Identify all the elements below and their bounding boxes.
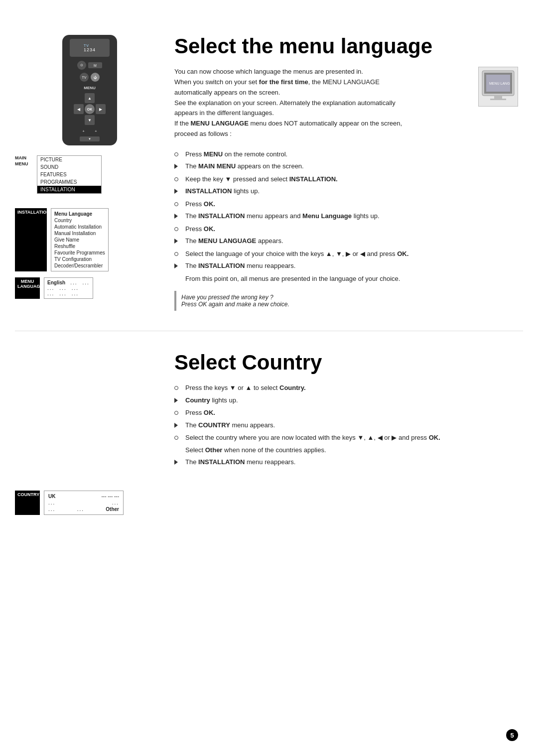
country-label: COUNTRY [15, 491, 40, 515]
lang-english: English [47, 280, 65, 285]
dpad-empty4 [96, 115, 106, 125]
page-number: 5 [506, 729, 518, 741]
country-menu-section: COUNTRY UK --- --- --- ... ... ... ... O… [15, 491, 124, 515]
install-item-menulang: Menu Language [54, 211, 105, 217]
country-step-6: Select Other when none of the countries … [174, 445, 453, 455]
step-8: The MENU LANGUAGE appears. [174, 236, 453, 247]
lang-dots-2: ... [82, 280, 89, 285]
remote-plus-left: + [82, 129, 85, 133]
dpad-up: ▲ [85, 93, 95, 103]
page: TV1234 ⊙ M TV ⏻ MENU [0, 0, 538, 756]
bullet-empty [174, 274, 181, 284]
language-select-menu: MENU LANGUAGE English ... ... ... ... ..… [15, 277, 93, 299]
menu-item-features: FEATURES [37, 171, 101, 178]
bullet-circle-5 [174, 249, 181, 259]
bottom-left: COUNTRY UK --- --- --- ... ... ... ... O… [15, 351, 164, 520]
country-row-1: UK --- --- --- [48, 493, 119, 500]
steps-list-2: Press the keys ▼ or ▲ to select Country.… [174, 383, 518, 468]
country-step-2: Country lights up. [174, 395, 453, 406]
remote-screen: TV1234 [70, 39, 110, 57]
step-7: Press OK. [174, 224, 453, 234]
country-step-5: Select the country where you are now loc… [174, 433, 453, 443]
step-5: Press OK. [174, 199, 453, 209]
bullet-arrow-c3 [174, 457, 181, 468]
main-menu-section: MAIN MENU PICTURE SOUND FEATURES PROGRAM… [15, 155, 102, 201]
note-line1: Have you pressed the wrong key ? [181, 294, 369, 301]
right-panel: Select the menu language MENU LANG You c… [164, 35, 518, 311]
install-item-country: Country [54, 217, 105, 224]
remote-bottom-bar: ▼ [80, 136, 100, 141]
remote-btn-circle: ⊙ [77, 61, 86, 70]
dpad-empty1 [74, 93, 84, 103]
lang-row-2: ... ... ... [47, 285, 90, 291]
installation-menu-box: Menu Language Country Automatic Installa… [51, 208, 109, 271]
remote-control: TV1234 ⊙ M TV ⏻ MENU [62, 35, 117, 145]
bullet-circle-3 [174, 199, 181, 209]
menu-item-sound: SOUND [37, 163, 101, 171]
remote-btn-power: ⏻ [91, 73, 100, 82]
menu-item-installation: INSTALLATION [37, 186, 101, 193]
menu-item-programmes: PROGRAMMES [37, 178, 101, 186]
section2-title: Select Country [174, 351, 518, 374]
remote-container: TV1234 ⊙ M TV ⏻ MENU [15, 35, 164, 145]
country-uk: UK [48, 494, 55, 499]
step-10: The INSTALLATION menu reappears. [174, 261, 453, 271]
svg-rect-3 [490, 99, 506, 100]
remote-btn-tv: TV [80, 73, 89, 82]
bullet-arrow-c1 [174, 395, 181, 406]
lang-dots-6: ... [47, 291, 54, 296]
top-section: TV1234 ⊙ M TV ⏻ MENU [0, 20, 538, 321]
remote-btn-m: M [88, 62, 102, 68]
installation-submenu: INSTALLATION Menu Language Country Autom… [15, 208, 109, 271]
country-dash: --- --- --- [101, 494, 119, 499]
lang-label: MENU LANGUAGE [15, 277, 40, 299]
lang-dots-8: ... [72, 291, 79, 296]
country-row-3: ... ... Other [48, 506, 119, 512]
svg-rect-2 [494, 96, 502, 99]
menu-item-picture: PICTURE [37, 156, 101, 163]
steps-list-1: Press MENU on the remote control. The MA… [174, 149, 518, 284]
install-item-manualinst: Manual Installation [54, 230, 105, 237]
lang-row-1: English ... ... [47, 280, 90, 285]
section-divider [15, 331, 523, 331]
note-line2: Press OK again and make a new choice. [181, 301, 369, 308]
step-11: From this point on, all menus are presen… [174, 274, 453, 284]
bullet-arrow-c2 [174, 420, 181, 431]
lang-row-3: ... ... ... [47, 291, 90, 296]
left-panel: TV1234 ⊙ M TV ⏻ MENU [15, 35, 164, 311]
bullet-arrow-3 [174, 211, 181, 222]
tv-screen-image: MENU LANG [478, 67, 518, 107]
step-9: Select the language of your choice with … [174, 249, 453, 259]
step-3: Keep the key ▼ pressed and select INSTAL… [174, 174, 453, 184]
country-dots-4: ... [77, 506, 84, 512]
bullet-arrow-2 [174, 186, 181, 197]
install-item-autoinst: Automatic Installation [54, 224, 105, 230]
dpad-empty3 [74, 115, 84, 125]
bullet-circle-1 [174, 149, 181, 159]
installation-label: INSTALLATION [15, 208, 47, 271]
remote-menu-label: MENU [84, 86, 96, 90]
install-item-reshuffle: Reshuffle [54, 243, 105, 250]
install-item-favprog: Favourite Programmes [54, 250, 105, 256]
lang-dots-7: ... [59, 291, 66, 296]
bullet-empty-c1 [174, 445, 181, 455]
main-menu-label: MAIN MENU [15, 155, 35, 201]
dpad-right: ▶ [96, 104, 106, 114]
country-other: Other [106, 506, 119, 512]
country-dots-3: ... [48, 506, 55, 512]
bullet-arrow-4 [174, 236, 181, 247]
install-item-givename: Give Name [54, 237, 105, 243]
bottom-right: Select Country Press the keys ▼ or ▲ to … [164, 351, 518, 520]
country-step-1: Press the keys ▼ or ▲ to select Country. [174, 383, 453, 393]
lang-dots-4: ... [59, 285, 66, 291]
bullet-circle-c2 [174, 408, 181, 418]
remote-plus-right: + [95, 129, 97, 133]
country-step-4: The COUNTRY menu appears. [174, 420, 453, 431]
lang-dots-3: ... [47, 285, 54, 291]
country-row-2: ... ... [48, 500, 119, 506]
main-menu-box: PICTURE SOUND FEATURES PROGRAMMES INSTAL… [37, 155, 102, 194]
lang-dots-5: ... [72, 285, 79, 291]
bullet-circle-c1 [174, 383, 181, 393]
intro-text: You can now choose which language the me… [174, 67, 453, 139]
dpad-empty2 [96, 93, 106, 103]
